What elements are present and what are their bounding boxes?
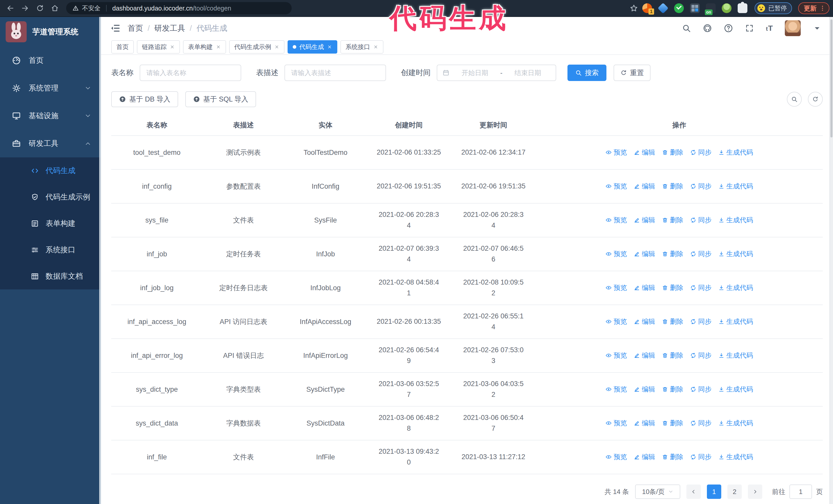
extension-orange-icon[interactable]: 1: [642, 3, 652, 13]
fullscreen-icon[interactable]: [745, 24, 754, 33]
profile-paused-chip[interactable]: 已暂停: [755, 2, 792, 14]
op-generate-code[interactable]: 生成代码: [718, 216, 753, 224]
close-icon[interactable]: [170, 44, 175, 49]
sidebar-subitem-db-doc[interactable]: 数据库文档: [0, 263, 101, 289]
table-desc-input[interactable]: 请输入表描述: [285, 65, 386, 81]
op-generate-code[interactable]: 生成代码: [718, 351, 753, 360]
op-delete[interactable]: 删除: [662, 385, 683, 394]
breadcrumb-home[interactable]: 首页: [128, 23, 143, 33]
op-preview[interactable]: 预览: [605, 385, 627, 394]
op-edit[interactable]: 编辑: [634, 182, 655, 191]
op-sync[interactable]: 同步: [690, 249, 712, 258]
toggle-search-button[interactable]: [787, 92, 802, 106]
sidebar-subitem-codegen-example[interactable]: 代码生成示例: [0, 184, 101, 210]
op-generate-code[interactable]: 生成代码: [718, 453, 753, 461]
extension-on-icon[interactable]: on: [706, 3, 716, 13]
op-preview[interactable]: 预览: [605, 418, 627, 428]
sidebar-toggle-icon[interactable]: [110, 23, 120, 33]
op-preview[interactable]: 预览: [605, 216, 627, 224]
breadcrumb-devtools[interactable]: 研发工具: [154, 23, 185, 33]
close-icon[interactable]: [216, 44, 221, 49]
op-delete[interactable]: 删除: [662, 148, 683, 157]
op-delete[interactable]: 删除: [662, 283, 683, 292]
github-icon[interactable]: [703, 24, 712, 33]
op-sync[interactable]: 同步: [690, 317, 712, 326]
scrollbar-thumb[interactable]: [830, 20, 832, 137]
op-sync[interactable]: 同步: [690, 148, 712, 157]
next-page-button[interactable]: [748, 484, 762, 499]
op-edit[interactable]: 编辑: [634, 283, 655, 292]
close-icon[interactable]: [274, 44, 279, 49]
avatar[interactable]: [785, 20, 801, 36]
op-sync[interactable]: 同步: [690, 351, 712, 360]
text-size-icon[interactable]: tT: [766, 24, 773, 32]
op-edit[interactable]: 编辑: [634, 317, 655, 326]
home-button[interactable]: [48, 2, 62, 15]
extension-check-icon[interactable]: [674, 3, 684, 13]
op-delete[interactable]: 删除: [662, 317, 683, 326]
op-generate-code[interactable]: 生成代码: [718, 249, 753, 258]
op-edit[interactable]: 编辑: [634, 418, 655, 428]
page-scrollbar[interactable]: [829, 17, 833, 504]
sidebar-scrollbar[interactable]: [99, 17, 101, 504]
forward-button[interactable]: [19, 2, 32, 15]
caret-down-icon[interactable]: [812, 24, 822, 33]
import-sql-button[interactable]: 基于 SQL 导入: [185, 91, 256, 107]
op-generate-code[interactable]: 生成代码: [718, 317, 753, 326]
page-button-1[interactable]: 1: [707, 484, 721, 499]
op-sync[interactable]: 同步: [690, 182, 712, 191]
sidebar-item-dev-tools[interactable]: 研发工具: [0, 130, 101, 158]
op-delete[interactable]: 删除: [662, 216, 683, 224]
page-button-2[interactable]: 2: [728, 484, 742, 499]
op-preview[interactable]: 预览: [605, 317, 627, 326]
page-size-select[interactable]: 10条/页: [635, 484, 680, 499]
op-edit[interactable]: 编辑: [634, 385, 655, 394]
op-generate-code[interactable]: 生成代码: [718, 418, 753, 428]
op-delete[interactable]: 删除: [662, 249, 683, 258]
op-preview[interactable]: 预览: [605, 182, 627, 191]
extension-android-icon[interactable]: [722, 3, 732, 13]
bookmark-star-icon[interactable]: [629, 4, 638, 13]
search-button[interactable]: 搜索: [568, 65, 606, 81]
op-sync[interactable]: 同步: [690, 418, 712, 428]
reset-button[interactable]: 重置: [614, 65, 650, 81]
op-sync[interactable]: 同步: [690, 216, 712, 224]
date-range-picker[interactable]: 开始日期 - 结束日期: [437, 65, 556, 81]
op-preview[interactable]: 预览: [605, 283, 627, 292]
op-edit[interactable]: 编辑: [634, 148, 655, 157]
op-generate-code[interactable]: 生成代码: [718, 385, 753, 394]
refresh-table-button[interactable]: [808, 92, 823, 106]
table-name-input[interactable]: 请输入表名称: [140, 65, 241, 81]
tab-0[interactable]: 首页: [111, 40, 134, 54]
tab-5[interactable]: 系统接口: [340, 40, 383, 54]
help-icon[interactable]: [724, 24, 733, 33]
reload-button[interactable]: [33, 2, 47, 15]
sidebar-item-infrastructure[interactable]: 基础设施: [0, 102, 101, 130]
logo-row[interactable]: 芋道管理系统: [0, 17, 101, 47]
browser-menu-icon[interactable]: [819, 5, 826, 11]
extensions-menu-icon[interactable]: [738, 3, 747, 13]
op-delete[interactable]: 删除: [662, 351, 683, 360]
op-sync[interactable]: 同步: [690, 385, 712, 394]
op-edit[interactable]: 编辑: [634, 249, 655, 258]
op-generate-code[interactable]: 生成代码: [718, 148, 753, 157]
op-edit[interactable]: 编辑: [634, 351, 655, 360]
sidebar-item-system-management[interactable]: 系统管理: [0, 74, 101, 102]
tab-3[interactable]: 代码生成示例: [229, 40, 285, 54]
tab-1[interactable]: 链路追踪: [137, 40, 180, 54]
op-sync[interactable]: 同步: [690, 453, 712, 461]
op-preview[interactable]: 预览: [605, 351, 627, 360]
tab-2[interactable]: 表单构建: [183, 40, 226, 54]
op-delete[interactable]: 删除: [662, 418, 683, 428]
sidebar-subitem-system-api[interactable]: 系统接口: [0, 237, 101, 263]
op-sync[interactable]: 同步: [690, 283, 712, 292]
sidebar-item-home[interactable]: 首页: [0, 47, 101, 74]
extension-gem-icon[interactable]: [658, 3, 668, 14]
update-button[interactable]: 更新: [798, 2, 829, 14]
close-icon[interactable]: [373, 44, 378, 49]
goto-page-input[interactable]: 1: [789, 484, 812, 499]
op-preview[interactable]: 预览: [605, 453, 627, 461]
sidebar-subitem-form-builder[interactable]: 表单构建: [0, 210, 101, 237]
op-preview[interactable]: 预览: [605, 249, 627, 258]
sidebar-subitem-codegen[interactable]: 代码生成: [0, 158, 101, 184]
